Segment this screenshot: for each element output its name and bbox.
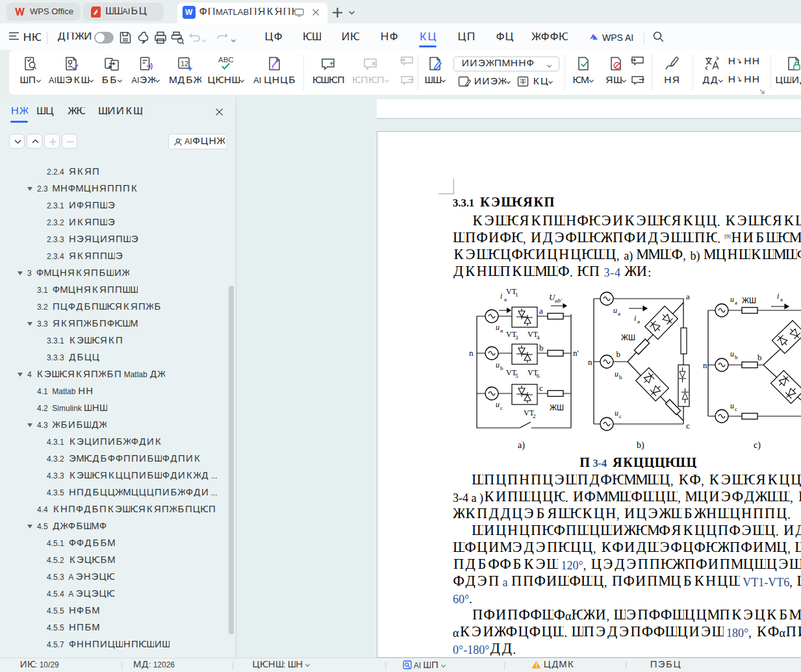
svg-text:u: u <box>615 369 618 379</box>
svg-text:a: a <box>735 299 737 306</box>
svg-text:u: u <box>496 323 500 332</box>
svg-text:u: u <box>730 401 734 410</box>
svg-text:ab': ab' <box>555 297 563 304</box>
svg-text:a): a) <box>518 440 525 451</box>
svg-text:n: n <box>703 360 707 370</box>
svg-text:b: b <box>619 374 622 380</box>
svg-text:c: c <box>539 383 543 393</box>
svg-text:a: a <box>686 292 690 301</box>
svg-text:a: a <box>618 310 620 317</box>
svg-text:ABC: ABC <box>218 56 234 64</box>
svg-text:b): b) <box>637 440 644 451</box>
svg-text:2: 2 <box>533 413 536 419</box>
svg-text:c: c <box>735 406 737 412</box>
svg-text:b: b <box>757 353 762 362</box>
svg-text:3: 3 <box>515 334 518 341</box>
svg-text:a: a <box>637 318 640 325</box>
svg-text:5: 5 <box>515 373 518 379</box>
svg-text:a: a <box>780 296 783 303</box>
svg-text:ЖШ: ЖШ <box>621 333 635 342</box>
svg-text:ЖШ: ЖШ <box>550 403 564 412</box>
svg-text:c: c <box>619 413 622 419</box>
svg-text:c: c <box>686 421 690 430</box>
svg-text:u: u <box>496 360 500 369</box>
svg-text:u: u <box>730 349 734 358</box>
svg-text:i: i <box>500 292 502 301</box>
svg-text:12: 12 <box>181 60 188 68</box>
svg-text:a: a <box>504 296 507 303</box>
svg-text:i: i <box>777 292 779 301</box>
svg-text:c: c <box>500 404 503 411</box>
svg-text:u: u <box>615 408 618 417</box>
svg-text:u: u <box>730 295 734 304</box>
svg-text:1: 1 <box>515 292 518 298</box>
svg-text:ЖШ: ЖШ <box>742 296 756 305</box>
svg-text:4: 4 <box>537 334 540 341</box>
svg-text:c): c) <box>754 440 761 451</box>
svg-text:b: b <box>617 349 621 359</box>
svg-text:a: a <box>539 306 543 316</box>
svg-text:a: a <box>500 327 503 334</box>
svg-text:i: i <box>634 314 636 323</box>
svg-text:b: b <box>735 354 738 360</box>
svg-text:n: n <box>588 357 592 367</box>
svg-text:b: b <box>500 365 503 371</box>
svg-text:u: u <box>496 400 500 409</box>
svg-text:n': n' <box>573 348 579 358</box>
svg-text:6: 6 <box>537 373 540 379</box>
svg-text:u: u <box>613 306 617 315</box>
svg-text:n: n <box>469 348 474 358</box>
svg-text:b: b <box>539 343 544 353</box>
